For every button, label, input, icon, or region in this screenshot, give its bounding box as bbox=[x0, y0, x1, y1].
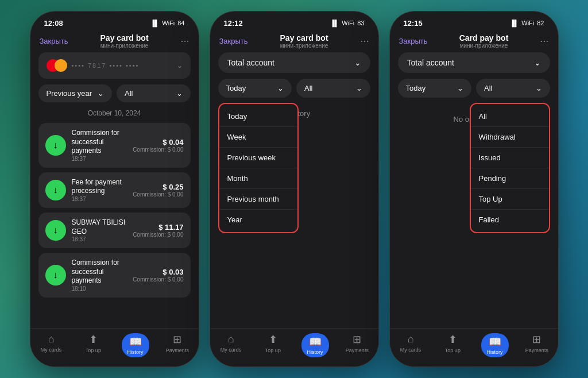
tx-commission-3: Commission: $ 0.00 bbox=[133, 276, 183, 283]
dropdown-item-prevmonth[interactable]: Previous month bbox=[219, 189, 297, 210]
period-filter-1[interactable]: Previous year ⌄ bbox=[38, 84, 113, 102]
dropdown-item-topup[interactable]: Top Up bbox=[471, 189, 549, 210]
nav-item-history-1[interactable]: 📖 History bbox=[114, 333, 156, 357]
status-icons-2: ▐▌ WiFi 83 bbox=[330, 20, 365, 26]
tx-details-1: Fee for payment processing 18:37 bbox=[72, 178, 127, 202]
more-button-2[interactable]: ··· bbox=[360, 35, 369, 47]
nav-item-payments-1[interactable]: ⊞ Payments bbox=[156, 333, 198, 357]
header-subtitle-3: мини-приложение bbox=[459, 43, 509, 49]
dropdown-item-issued[interactable]: Issued bbox=[471, 148, 549, 168]
nav-label-history-1: History bbox=[127, 349, 144, 355]
card-chevron-icon[interactable]: ⌄ bbox=[177, 61, 183, 70]
payments-icon-2: ⊞ bbox=[353, 333, 361, 346]
tx-time-1: 18:37 bbox=[72, 196, 127, 202]
nav-label-topup-3: Top up bbox=[445, 348, 461, 353]
payments-icon: ⊞ bbox=[173, 333, 181, 346]
close-button-2[interactable]: Закрыть bbox=[219, 37, 248, 45]
type-chevron-icon-3: ⌄ bbox=[536, 84, 542, 92]
nav-label-mycards-3: My cards bbox=[400, 347, 421, 353]
more-button-1[interactable]: ··· bbox=[180, 35, 189, 47]
tx-amount-2: $ 11.17 Commission: $ 0.00 bbox=[133, 223, 183, 238]
total-account-button-3[interactable]: Total account ⌄ bbox=[398, 52, 550, 73]
dropdown-item-pending[interactable]: Pending bbox=[471, 168, 549, 189]
type-label-3: All bbox=[484, 84, 492, 92]
tx-commission-2: Commission: $ 0.00 bbox=[133, 232, 183, 238]
nav-item-payments-3[interactable]: ⊞ Payments bbox=[516, 333, 558, 357]
total-account-chevron-icon-3: ⌄ bbox=[534, 58, 541, 67]
status-bar-3: 12:15 ▐▌ WiFi 82 bbox=[390, 11, 558, 32]
table-row[interactable]: ↓ SUBWAY TBILISI GEO 18:37 $ 11.17 Commi… bbox=[38, 213, 191, 248]
nav-item-mycards-2[interactable]: ⌂ My cards bbox=[210, 333, 252, 357]
tx-value-0: $ 0.04 bbox=[133, 138, 183, 146]
bottom-nav-1: ⌂ My cards ⬆ Top up 📖 History ⊞ Payments bbox=[30, 328, 199, 367]
period-label-1: Previous year bbox=[47, 89, 92, 98]
phone-2: 12:12 ▐▌ WiFi 83 Закрыть Pay card bot ми… bbox=[210, 11, 379, 367]
history-active-pill-1: 📖 History bbox=[122, 333, 149, 357]
type-filter-2[interactable]: All ⌄ bbox=[296, 79, 370, 98]
content-3: Total account ⌄ Today ⌄ All ⌄ All Withdr… bbox=[390, 52, 558, 124]
nav-item-mycards-1[interactable]: ⌂ My cards bbox=[30, 333, 72, 357]
battery-icon-3: 82 bbox=[537, 20, 544, 26]
table-row[interactable]: ↓ Fee for payment processing 18:37 $ 0.2… bbox=[38, 172, 191, 208]
dropdown-item-year[interactable]: Year bbox=[219, 210, 297, 230]
home-icon-2: ⌂ bbox=[228, 333, 234, 345]
table-row[interactable]: ↓ Commission for successful payments 18:… bbox=[38, 253, 191, 298]
total-account-button-2[interactable]: Total account ⌄ bbox=[218, 52, 370, 73]
period-chevron-icon-3: ⌄ bbox=[457, 84, 463, 92]
status-bar-1: 12:08 ▐▌ WiFi 84 bbox=[30, 11, 199, 32]
home-icon: ⌂ bbox=[48, 333, 55, 345]
period-filter-3[interactable]: Today ⌄ bbox=[398, 79, 472, 98]
bottom-nav-2: ⌂ My cards ⬆ Top up 📖 History ⊞ Payments bbox=[210, 328, 378, 367]
header-title-2: Pay card bot bbox=[280, 33, 328, 43]
dropdown-item-withdrawal[interactable]: Withdrawal bbox=[471, 127, 549, 148]
period-chevron-icon: ⌄ bbox=[98, 89, 104, 98]
status-time-2: 12:12 bbox=[224, 19, 243, 28]
tx-name-3: Commission for successful payments bbox=[72, 259, 127, 286]
nav-label-payments-3: Payments bbox=[525, 348, 548, 353]
type-filter-1[interactable]: All ⌄ bbox=[117, 84, 191, 102]
dropdown-item-week[interactable]: Week bbox=[219, 127, 297, 148]
period-filter-2[interactable]: Today ⌄ bbox=[218, 79, 292, 98]
topup-icon-2: ⬆ bbox=[269, 333, 277, 346]
type-filter-3[interactable]: All ⌄ bbox=[476, 79, 550, 98]
dropdown-item-all[interactable]: All bbox=[471, 106, 549, 127]
card-strip[interactable]: •••• 7817 •••• •••• ⌄ bbox=[38, 52, 191, 79]
more-button-3[interactable]: ··· bbox=[540, 35, 548, 47]
tx-amount-1: $ 0.25 Commission: $ 0.00 bbox=[133, 183, 183, 198]
status-bar-2: 12:12 ▐▌ WiFi 83 bbox=[210, 11, 378, 32]
total-account-label-2: Total account bbox=[227, 58, 275, 67]
type-label-1: All bbox=[125, 89, 133, 98]
tx-icon-0: ↓ bbox=[45, 135, 66, 156]
tx-icon-2: ↓ bbox=[45, 220, 66, 241]
nav-item-topup-1[interactable]: ⬆ Top up bbox=[72, 333, 114, 357]
nav-label-history-2: History bbox=[307, 349, 323, 355]
history-active-pill-2: 📖 History bbox=[301, 333, 329, 357]
header-center-2: Pay card bot мини-приложение bbox=[280, 33, 328, 49]
header-bar-3: Закрыть Card pay bot мини-приложение ··· bbox=[390, 32, 558, 52]
mastercard-icon bbox=[47, 59, 67, 72]
content-2: Total account ⌄ Today ⌄ All ⌄ Today Week… bbox=[210, 52, 378, 118]
nav-item-mycards-3[interactable]: ⌂ My cards bbox=[390, 333, 432, 357]
period-label-2: Today bbox=[226, 84, 246, 92]
dropdown-item-today[interactable]: Today bbox=[219, 106, 297, 127]
payments-icon-3: ⊞ bbox=[532, 333, 541, 346]
nav-item-history-3[interactable]: 📖 History bbox=[474, 333, 516, 357]
table-row[interactable]: ↓ Commission for successful payments 18:… bbox=[38, 123, 191, 168]
close-button-1[interactable]: Закрыть bbox=[40, 37, 68, 45]
type-chevron-icon-2: ⌄ bbox=[356, 84, 362, 92]
close-button-3[interactable]: Закрыть bbox=[399, 37, 428, 45]
nav-item-payments-2[interactable]: ⊞ Payments bbox=[336, 333, 378, 357]
dropdown-item-month[interactable]: Month bbox=[219, 168, 297, 189]
phone-1: 12:08 ▐▌ WiFi 84 Закрыть Pay card bot ми… bbox=[30, 11, 199, 367]
dropdown-item-failed[interactable]: Failed bbox=[471, 210, 549, 230]
nav-item-topup-2[interactable]: ⬆ Top up bbox=[252, 333, 294, 357]
nav-label-mycards-1: My cards bbox=[41, 347, 62, 353]
total-account-row-3: Total account ⌄ bbox=[398, 52, 550, 73]
nav-label-payments-2: Payments bbox=[346, 348, 369, 353]
header-center-3: Card pay bot мини-приложение bbox=[459, 33, 509, 49]
wifi-icon-2: WiFi bbox=[342, 20, 354, 26]
dropdown-item-prevweek[interactable]: Previous week bbox=[219, 148, 297, 168]
tx-icon-3: ↓ bbox=[45, 265, 66, 286]
nav-item-topup-3[interactable]: ⬆ Top up bbox=[432, 333, 474, 357]
nav-item-history-2[interactable]: 📖 History bbox=[294, 333, 336, 357]
